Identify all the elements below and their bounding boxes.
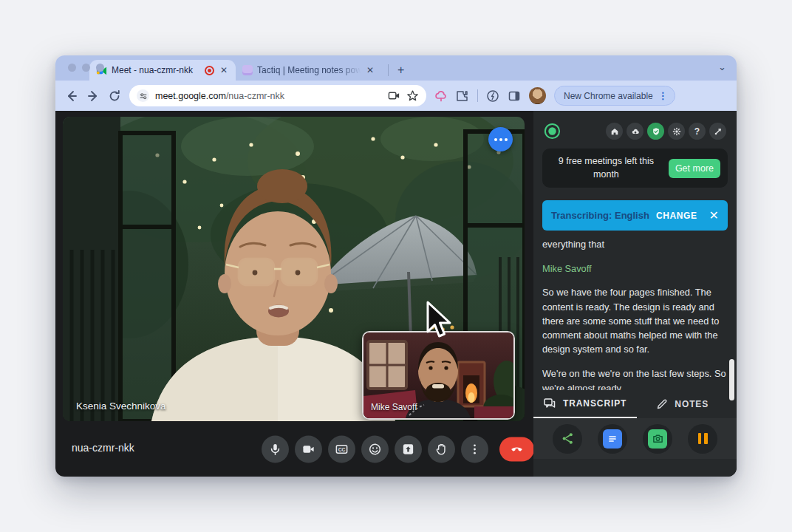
- bookmark-star-icon[interactable]: [406, 89, 419, 102]
- transcript-line: We're on the we're on the last few steps…: [542, 366, 728, 390]
- transcribing-banner: Transcribing: English CHANGE ✕: [542, 200, 728, 231]
- mic-button[interactable]: [262, 435, 289, 463]
- browser-toolbar: meet.google.com/nua-czmr-nkk New Chrome …: [55, 81, 737, 111]
- tactiq-extension-icon[interactable]: [434, 89, 448, 103]
- site-settings-icon[interactable]: [137, 89, 149, 102]
- main-video-tile: Ksenia Svechnikova: [63, 117, 525, 421]
- tab-transcript[interactable]: TRANSCRIPT: [533, 390, 637, 418]
- popout-icon[interactable]: [709, 123, 726, 140]
- minimize-window-button[interactable]: [82, 64, 90, 72]
- chrome-update-button[interactable]: New Chrome available ⋮: [554, 86, 675, 106]
- close-window-button[interactable]: [68, 64, 76, 72]
- quota-text: 9 free meetings left this month: [550, 155, 663, 181]
- tab-title: Meet - nua-czmr-nkk: [112, 65, 200, 75]
- forward-button[interactable]: [86, 89, 100, 103]
- share-button[interactable]: [553, 424, 582, 454]
- change-language-button[interactable]: CHANGE: [656, 211, 697, 221]
- captions-button[interactable]: CC: [328, 435, 355, 463]
- tactiq-tabs: TRANSCRIPT NOTES: [533, 390, 737, 418]
- transcript-feed: everything that Mike Savoff So we have t…: [542, 237, 728, 390]
- camera-button[interactable]: [295, 435, 322, 463]
- chrome-update-label: New Chrome available: [564, 91, 653, 101]
- tab-notes[interactable]: NOTES: [637, 390, 737, 418]
- meet-page: Ksenia Svechnikova: [55, 111, 737, 477]
- transcript-tab-label: TRANSCRIPT: [563, 398, 627, 409]
- tab-strip: Meet - nua-czmr-nkk ✕ Tactiq | Meeting n…: [55, 55, 737, 81]
- tactiq-panel: ? 9 free meetings left this month Get mo…: [533, 111, 737, 477]
- tab-separator: [388, 64, 389, 76]
- toolbar-separator: [477, 89, 478, 102]
- tab-close-icon[interactable]: ✕: [219, 65, 229, 75]
- google-doc-icon: [603, 429, 622, 449]
- window-controls[interactable]: [68, 64, 104, 72]
- pause-transcription-button[interactable]: [688, 424, 717, 454]
- chat-bubble-button[interactable]: [488, 127, 513, 151]
- transcript-line: everything that: [542, 237, 728, 251]
- help-glyph: ?: [694, 126, 700, 137]
- quota-card: 9 free meetings left this month Get more: [542, 149, 728, 188]
- settings-gear-icon[interactable]: [668, 123, 685, 140]
- tactiq-action-bar: [533, 418, 737, 459]
- side-panel-icon[interactable]: [508, 89, 521, 103]
- tab-title: Tactiq | Meeting notes powe: [257, 65, 361, 75]
- desktop: Meet - nua-czmr-nkk ✕ Tactiq | Meeting n…: [0, 0, 792, 532]
- reactions-button[interactable]: [361, 435, 389, 463]
- svg-text:CC: CC: [338, 446, 346, 451]
- banner-close-icon[interactable]: ✕: [709, 210, 719, 222]
- tactiq-logo-icon: [544, 123, 561, 140]
- back-button[interactable]: [65, 89, 78, 103]
- get-more-button[interactable]: Get more: [669, 159, 720, 178]
- help-icon[interactable]: ?: [689, 123, 706, 140]
- tab-search-chevron-icon[interactable]: ⌄: [718, 61, 726, 72]
- transcript-scrollbar[interactable]: [729, 359, 734, 400]
- screenshot-camera-icon: [648, 429, 667, 449]
- profile-avatar[interactable]: [529, 87, 546, 104]
- meet-control-bar: nua-czmr-nkk CC: [55, 421, 533, 477]
- browser-window: Meet - nua-czmr-nkk ✕ Tactiq | Meeting n…: [55, 55, 737, 477]
- extensions-puzzle-icon[interactable]: [456, 89, 469, 103]
- zoom-window-button[interactable]: [96, 64, 104, 72]
- participant-name-label: Ksenia Svechnikova: [76, 400, 166, 412]
- camera-permission-icon[interactable]: [388, 89, 400, 102]
- meeting-code-label: nua-czmr-nkk: [72, 442, 134, 454]
- url-host: meet.google.com: [155, 91, 226, 101]
- home-icon[interactable]: [606, 123, 623, 140]
- notes-pencil-icon: [656, 398, 668, 410]
- url-path: /nua-czmr-nkk: [226, 91, 284, 101]
- present-button[interactable]: [395, 435, 422, 463]
- reload-button[interactable]: [108, 89, 121, 103]
- cloud-upload-icon[interactable]: [627, 123, 644, 140]
- screenshot-button[interactable]: [643, 424, 672, 454]
- tactiq-footer-spacer: [542, 459, 728, 477]
- history-extension-icon[interactable]: [486, 89, 499, 103]
- tactiq-favicon: [242, 65, 253, 75]
- transcript-icon: [544, 398, 556, 409]
- url-text: meet.google.com/nua-czmr-nkk: [155, 91, 382, 101]
- new-tab-button[interactable]: +: [395, 64, 407, 77]
- more-options-button[interactable]: [461, 435, 488, 463]
- open-doc-button[interactable]: [598, 424, 627, 454]
- browser-menu-icon[interactable]: ⋮: [658, 90, 668, 101]
- transcript-line: So we have the four pages finished. The …: [542, 285, 728, 356]
- end-call-button[interactable]: [499, 437, 534, 461]
- raise-hand-button[interactable]: [428, 435, 455, 463]
- tab-meet[interactable]: Meet - nua-czmr-nkk ✕: [89, 60, 236, 81]
- tab-close-icon[interactable]: ✕: [365, 65, 375, 75]
- notes-tab-label: NOTES: [675, 399, 709, 409]
- pip-name-label: Mike Savoff: [371, 402, 417, 412]
- shield-check-icon[interactable]: [647, 123, 664, 140]
- pip-video-tile[interactable]: Mike Savoff: [362, 331, 515, 420]
- tab-tactiq[interactable]: Tactiq | Meeting notes powe ✕: [236, 60, 382, 81]
- transcript-speaker: Mike Savoff: [542, 262, 728, 276]
- transcribing-label: Transcribing: English: [551, 210, 650, 221]
- recording-indicator-icon: [205, 66, 214, 75]
- tactiq-header: ?: [544, 123, 726, 140]
- pause-icon: [698, 433, 708, 444]
- address-bar[interactable]: meet.google.com/nua-czmr-nkk: [129, 85, 426, 106]
